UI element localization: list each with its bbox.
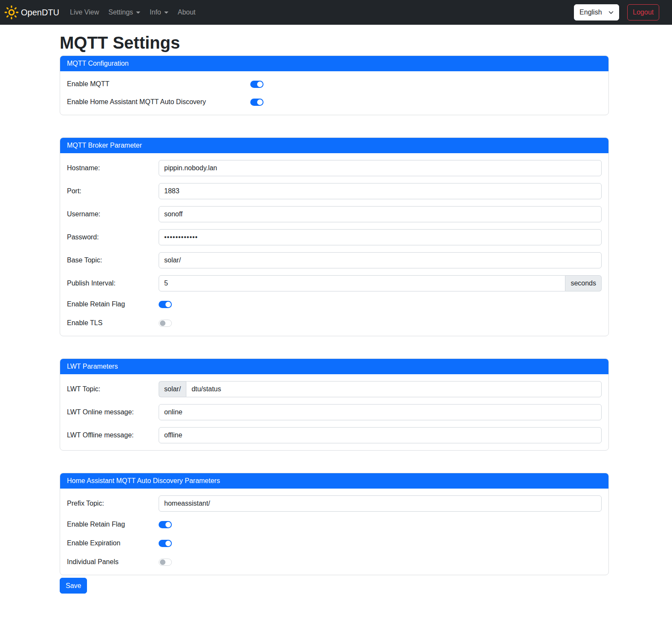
publish-interval-label: Publish Interval: (67, 279, 159, 287)
sun-logo-icon (4, 5, 19, 20)
hass-retain-toggle[interactable] (159, 521, 172, 528)
publish-interval-unit: seconds (565, 275, 602, 291)
form-row-password: Password: (67, 229, 602, 245)
nav-link-label: Info (150, 9, 161, 16)
prefix-topic-input[interactable] (159, 495, 602, 512)
nav-link-settings[interactable]: Settings (104, 5, 145, 20)
form-row-lwt-topic: LWT Topic: solar/ (67, 381, 602, 397)
port-label: Port: (67, 187, 159, 195)
nav-link-live-view[interactable]: Live View (65, 5, 104, 20)
form-row-enable-ha-discovery: Enable Home Assistant MQTT Auto Discover… (67, 96, 602, 108)
form-row-username: Username: (67, 206, 602, 222)
nav-links: Live View Settings Info About (65, 5, 200, 20)
hostname-input[interactable] (159, 160, 602, 176)
prefix-topic-label: Prefix Topic: (67, 500, 159, 507)
lwt-online-control (159, 404, 602, 420)
base-topic-input[interactable] (159, 252, 602, 268)
hass-retain-label: Enable Retain Flag (67, 521, 159, 528)
form-row-enable-tls: Enable TLS (67, 317, 602, 329)
card-ha-discovery-parameters: Home Assistant MQTT Auto Discovery Param… (60, 473, 609, 575)
enable-tls-label: Enable TLS (67, 319, 159, 327)
form-row-enable-mqtt: Enable MQTT (67, 78, 602, 90)
form-row-individual-panels: Individual Panels (67, 556, 602, 568)
card-mqtt-configuration: MQTT Configuration Enable MQTT Enable Ho… (60, 55, 609, 115)
nav-link-label: About (178, 9, 196, 16)
nav-link-label: Live View (70, 9, 99, 16)
enable-expiration-toggle[interactable] (159, 540, 172, 547)
username-control (159, 206, 602, 222)
password-input[interactable] (159, 229, 602, 245)
lwt-topic-label: LWT Topic: (67, 385, 159, 393)
chevron-down-icon (608, 9, 614, 15)
hostname-label: Hostname: (67, 164, 159, 172)
username-input[interactable] (159, 206, 602, 222)
form-row-enable-expiration: Enable Expiration (67, 537, 602, 549)
caret-down-icon (136, 12, 140, 14)
main-content: MQTT Settings MQTT Configuration Enable … (60, 33, 609, 601)
nav-link-label: Settings (108, 9, 133, 16)
form-row-hostname: Hostname: (67, 160, 602, 176)
prefix-topic-control (159, 495, 602, 512)
language-select[interactable]: English (574, 4, 619, 20)
base-topic-control (159, 252, 602, 268)
card-mqtt-broker-parameter: MQTT Broker Parameter Hostname: Port: Us… (60, 137, 609, 336)
password-label: Password: (67, 233, 159, 241)
enable-ha-discovery-toggle[interactable] (250, 99, 264, 106)
brand-link[interactable]: OpenDTU (4, 5, 59, 20)
port-control (159, 183, 602, 199)
card-header-ha-discovery-parameters: Home Assistant MQTT Auto Discovery Param… (60, 473, 608, 489)
port-input[interactable] (159, 183, 602, 199)
lwt-offline-control (159, 427, 602, 443)
enable-mqtt-label: Enable MQTT (67, 80, 250, 88)
nav-link-about[interactable]: About (173, 5, 200, 20)
form-row-broker-retain: Enable Retain Flag (67, 298, 602, 310)
form-row-lwt-online: LWT Online message: (67, 404, 602, 420)
enable-tls-toggle[interactable] (159, 320, 172, 327)
lwt-topic-input[interactable] (186, 381, 602, 397)
hostname-control (159, 160, 602, 176)
form-row-prefix-topic: Prefix Topic: (67, 495, 602, 512)
lwt-online-input[interactable] (159, 404, 602, 420)
card-lwt-parameters: LWT Parameters LWT Topic: solar/ LWT Onl… (60, 358, 609, 451)
publish-interval-control: seconds (159, 275, 602, 291)
lwt-offline-input[interactable] (159, 427, 602, 443)
card-body: Hostname: Port: Username: Password: (60, 153, 608, 336)
page-title: MQTT Settings (60, 33, 609, 52)
form-row-lwt-offline: LWT Offline message: (67, 427, 602, 443)
password-control (159, 229, 602, 245)
enable-expiration-label: Enable Expiration (67, 539, 159, 547)
form-row-hass-retain: Enable Retain Flag (67, 518, 602, 530)
base-topic-label: Base Topic: (67, 256, 159, 264)
lwt-online-label: LWT Online message: (67, 408, 159, 416)
lwt-topic-prefix: solar/ (159, 381, 186, 397)
language-selected-value: English (579, 9, 602, 16)
enable-ha-discovery-label: Enable Home Assistant MQTT Auto Discover… (67, 98, 250, 106)
nav-link-info[interactable]: Info (145, 5, 173, 20)
caret-down-icon (164, 12, 168, 14)
form-row-port: Port: (67, 183, 602, 199)
card-body: Enable MQTT Enable Home Assistant MQTT A… (60, 71, 608, 115)
form-row-base-topic: Base Topic: (67, 252, 602, 268)
individual-panels-label: Individual Panels (67, 558, 159, 566)
individual-panels-toggle[interactable] (159, 559, 172, 566)
navbar-right: English Logout (574, 4, 659, 20)
username-label: Username: (67, 210, 159, 218)
form-row-publish-interval: Publish Interval: seconds (67, 275, 602, 291)
brand-label: OpenDTU (21, 8, 59, 17)
publish-interval-input[interactable] (159, 275, 565, 291)
broker-retain-label: Enable Retain Flag (67, 300, 159, 308)
logout-button[interactable]: Logout (627, 4, 659, 20)
enable-mqtt-toggle[interactable] (250, 81, 264, 88)
broker-retain-toggle[interactable] (159, 301, 172, 308)
card-header-mqtt-configuration: MQTT Configuration (60, 56, 608, 71)
lwt-offline-label: LWT Offline message: (67, 431, 159, 439)
card-body: LWT Topic: solar/ LWT Online message: LW… (60, 374, 608, 450)
card-header-mqtt-broker-parameter: MQTT Broker Parameter (60, 138, 608, 153)
save-button[interactable]: Save (60, 578, 87, 594)
lwt-topic-control: solar/ (159, 381, 602, 397)
navbar: OpenDTU Live View Settings Info About En… (0, 0, 672, 25)
card-header-lwt-parameters: LWT Parameters (60, 359, 608, 374)
card-body: Prefix Topic: Enable Retain Flag Enable … (60, 489, 608, 575)
